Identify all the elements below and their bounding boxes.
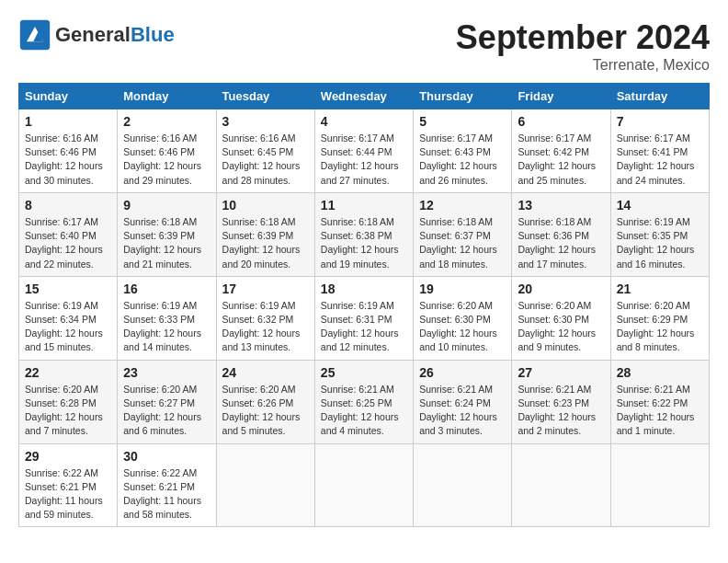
day-info: Sunrise: 6:18 AM Sunset: 6:38 PM Dayligh…	[321, 215, 407, 271]
day-number: 1	[25, 114, 111, 129]
day-number: 28	[617, 365, 703, 380]
day-number: 16	[123, 282, 210, 296]
calendar-cell: 1 Sunrise: 6:16 AM Sunset: 6:46 PM Dayli…	[19, 109, 118, 193]
col-sunday: Sunday	[19, 84, 118, 109]
day-info: Sunrise: 6:21 AM Sunset: 6:23 PM Dayligh…	[518, 383, 604, 439]
calendar-header-row: Sunday Monday Tuesday Wednesday Thursday…	[19, 84, 710, 109]
day-info: Sunrise: 6:20 AM Sunset: 6:29 PM Dayligh…	[617, 299, 703, 355]
day-number: 14	[617, 198, 703, 213]
day-number: 3	[222, 114, 309, 129]
day-info: Sunrise: 6:22 AM Sunset: 6:21 PM Dayligh…	[123, 466, 210, 523]
day-info: Sunrise: 6:17 AM Sunset: 6:42 PM Dayligh…	[518, 132, 604, 188]
calendar-cell: 16 Sunrise: 6:19 AM Sunset: 6:33 PM Dayl…	[118, 276, 216, 360]
col-tuesday: Tuesday	[216, 84, 314, 109]
col-monday: Monday	[118, 84, 216, 109]
day-number: 7	[617, 114, 703, 129]
calendar-cell: 25 Sunrise: 6:21 AM Sunset: 6:25 PM Dayl…	[314, 360, 413, 443]
logo-blue: Blue	[131, 23, 175, 46]
calendar-cell: 13 Sunrise: 6:18 AM Sunset: 6:36 PM Dayl…	[512, 192, 610, 276]
day-info: Sunrise: 6:17 AM Sunset: 6:41 PM Dayligh…	[617, 132, 703, 188]
day-number: 26	[419, 365, 506, 380]
calendar-cell: 30 Sunrise: 6:22 AM Sunset: 6:21 PM Dayl…	[118, 443, 216, 527]
calendar-cell: 7 Sunrise: 6:17 AM Sunset: 6:41 PM Dayli…	[610, 109, 709, 193]
calendar-cell: 12 Sunrise: 6:18 AM Sunset: 6:37 PM Dayl…	[414, 192, 512, 276]
calendar-cell: 14 Sunrise: 6:19 AM Sunset: 6:35 PM Dayl…	[610, 192, 709, 276]
calendar-cell: 17 Sunrise: 6:19 AM Sunset: 6:32 PM Dayl…	[216, 276, 314, 360]
day-number: 18	[321, 282, 407, 296]
calendar-cell: 6 Sunrise: 6:17 AM Sunset: 6:42 PM Dayli…	[512, 109, 610, 193]
day-number: 25	[321, 365, 407, 380]
day-info: Sunrise: 6:17 AM Sunset: 6:43 PM Dayligh…	[419, 132, 506, 188]
day-number: 2	[123, 114, 210, 129]
day-number: 12	[419, 198, 506, 213]
calendar-week-2: 8 Sunrise: 6:17 AM Sunset: 6:40 PM Dayli…	[19, 192, 710, 276]
day-info: Sunrise: 6:20 AM Sunset: 6:26 PM Dayligh…	[222, 383, 309, 439]
calendar-week-3: 15 Sunrise: 6:19 AM Sunset: 6:34 PM Dayl…	[19, 276, 710, 360]
location-title: Terrenate, Mexico	[456, 57, 710, 74]
day-number: 15	[25, 282, 111, 296]
day-number: 9	[123, 198, 210, 213]
col-wednesday: Wednesday	[314, 84, 413, 109]
logo-text: GeneralBlue	[55, 23, 175, 47]
day-number: 10	[222, 198, 309, 213]
day-info: Sunrise: 6:19 AM Sunset: 6:33 PM Dayligh…	[123, 299, 210, 355]
logo: GeneralBlue	[18, 18, 175, 52]
day-number: 8	[25, 198, 111, 213]
day-number: 20	[518, 282, 604, 296]
calendar-cell: 26 Sunrise: 6:21 AM Sunset: 6:24 PM Dayl…	[414, 360, 512, 443]
calendar-cell: 4 Sunrise: 6:17 AM Sunset: 6:44 PM Dayli…	[314, 109, 413, 193]
col-saturday: Saturday	[610, 84, 709, 109]
calendar-cell	[610, 443, 709, 527]
calendar-cell: 23 Sunrise: 6:20 AM Sunset: 6:27 PM Dayl…	[118, 360, 216, 443]
day-info: Sunrise: 6:19 AM Sunset: 6:31 PM Dayligh…	[321, 299, 407, 355]
day-info: Sunrise: 6:18 AM Sunset: 6:39 PM Dayligh…	[222, 215, 309, 271]
day-info: Sunrise: 6:16 AM Sunset: 6:46 PM Dayligh…	[25, 132, 111, 188]
day-number: 29	[25, 449, 111, 464]
logo-general: General	[55, 23, 131, 46]
calendar-cell: 15 Sunrise: 6:19 AM Sunset: 6:34 PM Dayl…	[19, 276, 118, 360]
calendar-week-4: 22 Sunrise: 6:20 AM Sunset: 6:28 PM Dayl…	[19, 360, 710, 443]
calendar-cell	[414, 443, 512, 527]
day-info: Sunrise: 6:20 AM Sunset: 6:30 PM Dayligh…	[419, 299, 506, 355]
day-info: Sunrise: 6:17 AM Sunset: 6:40 PM Dayligh…	[25, 215, 111, 271]
day-info: Sunrise: 6:21 AM Sunset: 6:22 PM Dayligh…	[617, 383, 703, 439]
day-info: Sunrise: 6:20 AM Sunset: 6:27 PM Dayligh…	[123, 383, 210, 439]
calendar-cell	[216, 443, 314, 527]
calendar-cell: 11 Sunrise: 6:18 AM Sunset: 6:38 PM Dayl…	[314, 192, 413, 276]
day-number: 19	[419, 282, 506, 296]
calendar-cell: 5 Sunrise: 6:17 AM Sunset: 6:43 PM Dayli…	[414, 109, 512, 193]
col-thursday: Thursday	[414, 84, 512, 109]
page-header: GeneralBlue September 2024 Terrenate, Me…	[18, 18, 710, 74]
calendar-cell: 27 Sunrise: 6:21 AM Sunset: 6:23 PM Dayl…	[512, 360, 610, 443]
day-info: Sunrise: 6:18 AM Sunset: 6:39 PM Dayligh…	[123, 215, 210, 271]
calendar-week-1: 1 Sunrise: 6:16 AM Sunset: 6:46 PM Dayli…	[19, 109, 710, 193]
day-info: Sunrise: 6:16 AM Sunset: 6:45 PM Dayligh…	[222, 132, 309, 188]
day-number: 6	[518, 114, 604, 129]
calendar-cell: 28 Sunrise: 6:21 AM Sunset: 6:22 PM Dayl…	[610, 360, 709, 443]
calendar-cell: 3 Sunrise: 6:16 AM Sunset: 6:45 PM Dayli…	[216, 109, 314, 193]
calendar-week-5: 29 Sunrise: 6:22 AM Sunset: 6:21 PM Dayl…	[19, 443, 710, 527]
day-number: 11	[321, 198, 407, 213]
calendar-cell: 24 Sunrise: 6:20 AM Sunset: 6:26 PM Dayl…	[216, 360, 314, 443]
calendar-cell: 20 Sunrise: 6:20 AM Sunset: 6:30 PM Dayl…	[512, 276, 610, 360]
day-info: Sunrise: 6:16 AM Sunset: 6:46 PM Dayligh…	[123, 132, 210, 188]
day-number: 30	[123, 449, 210, 464]
calendar-cell	[314, 443, 413, 527]
logo-icon	[18, 18, 51, 52]
day-info: Sunrise: 6:20 AM Sunset: 6:30 PM Dayligh…	[518, 299, 604, 355]
calendar-cell: 2 Sunrise: 6:16 AM Sunset: 6:46 PM Dayli…	[118, 109, 216, 193]
calendar-table: Sunday Monday Tuesday Wednesday Thursday…	[18, 83, 710, 527]
day-info: Sunrise: 6:19 AM Sunset: 6:35 PM Dayligh…	[617, 215, 703, 271]
calendar-cell: 10 Sunrise: 6:18 AM Sunset: 6:39 PM Dayl…	[216, 192, 314, 276]
day-number: 23	[123, 365, 210, 380]
day-info: Sunrise: 6:18 AM Sunset: 6:37 PM Dayligh…	[419, 215, 506, 271]
day-number: 17	[222, 282, 309, 296]
day-number: 4	[321, 114, 407, 129]
calendar-cell: 9 Sunrise: 6:18 AM Sunset: 6:39 PM Dayli…	[118, 192, 216, 276]
day-number: 22	[25, 365, 111, 380]
month-title: September 2024	[456, 18, 710, 57]
col-friday: Friday	[512, 84, 610, 109]
calendar-cell: 29 Sunrise: 6:22 AM Sunset: 6:21 PM Dayl…	[19, 443, 118, 527]
calendar-cell: 22 Sunrise: 6:20 AM Sunset: 6:28 PM Dayl…	[19, 360, 118, 443]
day-number: 21	[617, 282, 703, 296]
